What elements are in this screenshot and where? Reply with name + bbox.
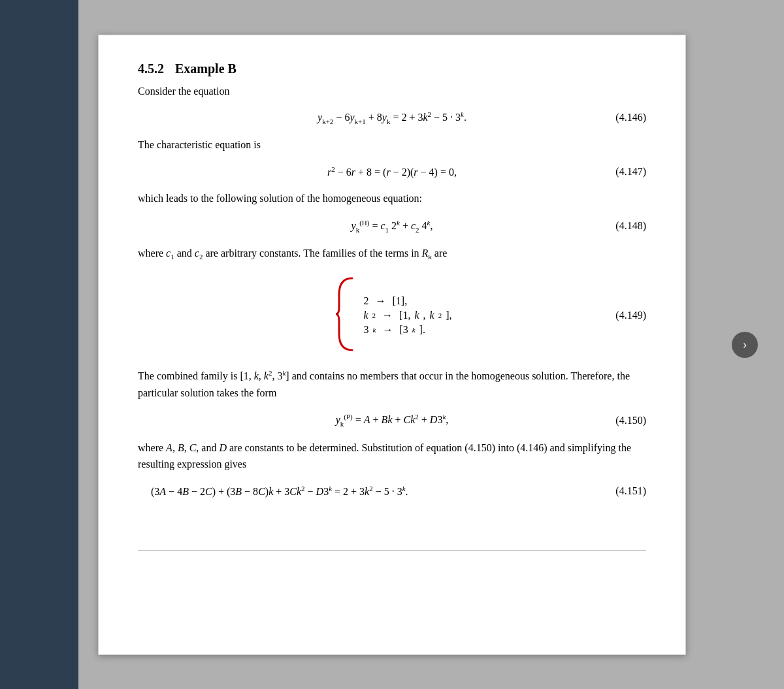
eq151-number: (4.151): [615, 485, 646, 497]
equation-149: 2 → [1], k2 → [1, k, k2], 3k → [3k]. (4.…: [138, 275, 646, 356]
section-number: 4.5.2: [138, 61, 164, 76]
eq148-formula: yk(H) = c1 2k + c2 4k,: [351, 219, 433, 234]
families-list: 2 → [1], k2 → [1, k, k2], 3k → [3k].: [364, 295, 452, 336]
eq147-number: (4.147): [615, 166, 646, 178]
equation-151: (3A − 4B − 2C) + (3B − 8C)k + 3Ck2 − D3k…: [138, 485, 646, 498]
equation-150: yk(P) = A + Bk + Ck2 + D3k, (4.150): [138, 413, 646, 428]
main-content: 4.5.2 Example B Consider the equation yk…: [98, 35, 686, 655]
constants-text: where c1 and c2 are arbitrary constants.…: [138, 245, 646, 263]
family-item-1: 2 → [1],: [364, 295, 452, 307]
right-arrow-icon: ›: [743, 337, 747, 352]
intro-text: Consider the equation: [138, 86, 646, 97]
homogeneous-text: which leads to the following solution of…: [138, 190, 646, 207]
combined-text: The combined family is [1, k, k2, 3k] an…: [138, 368, 646, 402]
left-sidebar: [0, 0, 78, 689]
brace-icon: [333, 275, 359, 353]
next-page-button[interactable]: ›: [732, 332, 758, 358]
section-title: 4.5.2 Example B: [138, 61, 646, 76]
equation-146: yk+2 − 6yk+1 + 8yk = 2 + 3k2 − 5 · 3k. (…: [138, 110, 646, 125]
family-item-2: k2 → [1, k, k2],: [364, 310, 452, 321]
eq147-formula: r2 − 6r + 8 = (r − 2)(r − 4) = 0,: [327, 165, 457, 178]
family-item-3: 3k → [3k].: [364, 324, 452, 336]
where-text: where A, B, C, and D are constants to be…: [138, 440, 646, 473]
section-heading: Example B: [175, 61, 237, 76]
eq150-number: (4.150): [615, 415, 646, 426]
eq146-number: (4.146): [615, 112, 646, 123]
eq150-formula: yk(P) = A + Bk + Ck2 + D3k,: [336, 413, 449, 428]
char-eq-intro: The characteristic equation is: [138, 136, 646, 153]
eq148-number: (4.148): [615, 220, 646, 232]
eq146-formula: yk+2 − 6yk+1 + 8yk = 2 + 3k2 − 5 · 3k.: [318, 110, 466, 125]
equation-147: r2 − 6r + 8 = (r − 2)(r − 4) = 0, (4.147…: [138, 165, 646, 178]
bottom-divider: [138, 550, 646, 551]
equation-148: yk(H) = c1 2k + c2 4k, (4.148): [138, 219, 646, 234]
eq151-formula: (3A − 4B − 2C) + (3B − 8C)k + 3Ck2 − D3k…: [151, 485, 602, 498]
eq149-number: (4.149): [615, 310, 646, 321]
